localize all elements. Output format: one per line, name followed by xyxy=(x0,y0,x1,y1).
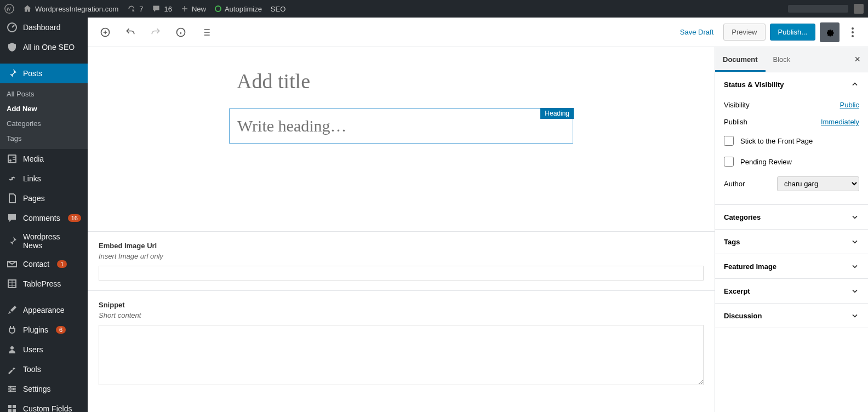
sidebar-item-wpnews[interactable]: Wordpress News xyxy=(0,228,88,254)
sidebar-item-comments[interactable]: Comments 16 xyxy=(0,208,88,228)
sidebar-item-appearance[interactable]: Appearance xyxy=(0,300,88,320)
panel-close-button[interactable]: × xyxy=(847,47,868,72)
svg-point-7 xyxy=(9,386,12,388)
sidebar-item-links[interactable]: Links xyxy=(0,169,88,188)
panel-header-excerpt[interactable]: Excerpt xyxy=(715,279,868,303)
panel-header-featured-image[interactable]: Featured Image xyxy=(715,254,868,278)
redo-button[interactable] xyxy=(149,26,162,39)
settings-toggle-button[interactable] xyxy=(820,22,840,42)
sliders-icon xyxy=(7,384,18,394)
plus-circle-icon xyxy=(100,27,111,38)
tab-document[interactable]: Document xyxy=(715,48,766,72)
info-icon xyxy=(175,27,186,38)
undo-button[interactable] xyxy=(124,26,137,39)
tablepress-label: TablePress xyxy=(23,279,61,288)
dots-vertical-icon xyxy=(852,27,854,37)
outline-button[interactable] xyxy=(199,26,213,39)
embed-url-input[interactable] xyxy=(99,266,704,281)
comments-link[interactable]: 16 xyxy=(152,4,172,13)
pending-review-input[interactable] xyxy=(724,157,734,167)
gear-icon xyxy=(824,27,835,38)
wpnews-label: Wordpress News xyxy=(23,232,81,250)
updates-link[interactable]: 7 xyxy=(127,4,143,13)
site-name-label: WordpressIntegration.com xyxy=(35,5,118,13)
svg-point-16 xyxy=(852,27,854,30)
settings-panel: Document Block × Status & Visibility Vis… xyxy=(715,47,868,412)
comment-icon xyxy=(152,4,161,13)
svg-point-9 xyxy=(9,390,12,392)
editor-canvas[interactable]: Heading Embed Image Url Insert Image url… xyxy=(88,47,715,412)
preview-button[interactable]: Preview xyxy=(723,24,765,41)
heading-input[interactable] xyxy=(237,117,565,135)
wp-logo-menu[interactable] xyxy=(4,4,14,14)
editor-main: Save Draft Preview Publish... Heading Em… xyxy=(88,18,868,412)
sidebar-item-plugins[interactable]: Plugins 6 xyxy=(0,320,88,340)
contact-badge: 1 xyxy=(57,260,67,268)
author-select[interactable]: charu garg xyxy=(777,176,859,191)
table-icon xyxy=(7,278,18,289)
seo-link[interactable]: SEO xyxy=(271,5,285,13)
admin-sidebar: Dashboard All in One SEO Posts All Posts… xyxy=(0,18,88,412)
sidebar-item-users[interactable]: Users xyxy=(0,340,88,359)
panel-tabs: Document Block × xyxy=(715,47,868,72)
list-icon xyxy=(201,27,212,38)
plus-icon xyxy=(181,5,189,13)
sidebar-item-contact[interactable]: Contact 1 xyxy=(0,254,88,274)
panel-header-categories[interactable]: Categories xyxy=(715,205,868,229)
panel-header-discussion[interactable]: Discussion xyxy=(715,304,868,328)
link-icon xyxy=(7,173,18,184)
redo-icon xyxy=(150,27,161,38)
plugins-label: Plugins xyxy=(23,325,48,334)
sidebar-item-pages[interactable]: Pages xyxy=(0,188,88,208)
tab-block[interactable]: Block xyxy=(766,48,798,72)
plug-icon xyxy=(7,324,18,335)
sidebar-item-posts[interactable]: Posts xyxy=(0,64,88,83)
more-options-button[interactable] xyxy=(844,22,861,42)
stick-front-input[interactable] xyxy=(724,136,734,146)
post-title-input[interactable] xyxy=(237,69,566,93)
save-draft-button[interactable]: Save Draft xyxy=(675,25,719,39)
site-name-link[interactable]: WordpressIntegration.com xyxy=(23,4,118,13)
publish-button[interactable]: Publish... xyxy=(770,24,815,41)
user-icon xyxy=(7,344,18,355)
panel-header-tags[interactable]: Tags xyxy=(715,230,868,254)
block-type-label: Heading xyxy=(540,108,574,119)
admin-bar-account[interactable] xyxy=(788,4,864,14)
posts-submenu: All Posts Add New Categories Tags xyxy=(0,83,88,149)
chevron-down-icon xyxy=(850,213,859,221)
media-label: Media xyxy=(23,154,44,163)
pages-label: Pages xyxy=(23,194,45,203)
pending-review-checkbox[interactable]: Pending Review xyxy=(724,151,859,172)
stick-front-label: Stick to the Front Page xyxy=(740,137,813,145)
sidebar-item-settings[interactable]: Settings xyxy=(0,379,88,399)
sidebar-item-aioseo[interactable]: All in One SEO xyxy=(0,37,88,57)
panel-header-status[interactable]: Status & Visibility xyxy=(715,72,868,96)
add-block-button[interactable] xyxy=(99,26,112,39)
heading-block[interactable]: Heading xyxy=(229,108,573,144)
appearance-label: Appearance xyxy=(23,306,65,314)
comment-icon xyxy=(7,213,18,224)
info-button[interactable] xyxy=(174,26,187,39)
submenu-categories[interactable]: Categories xyxy=(0,116,88,131)
sidebar-item-custom-fields[interactable]: Custom Fields xyxy=(0,399,88,412)
new-content-link[interactable]: New xyxy=(181,5,206,13)
shield-icon xyxy=(7,42,18,53)
mail-icon xyxy=(7,259,18,270)
status-green-icon xyxy=(215,5,221,12)
sidebar-item-media[interactable]: Media xyxy=(0,149,88,169)
submenu-add-new[interactable]: Add New xyxy=(0,101,88,116)
updates-count: 7 xyxy=(139,5,143,13)
sidebar-item-dashboard[interactable]: Dashboard xyxy=(0,18,88,37)
publish-label: Publish xyxy=(724,118,747,126)
autoptimize-link[interactable]: Autoptimize xyxy=(215,5,262,13)
submenu-all-posts[interactable]: All Posts xyxy=(0,87,88,101)
stick-front-checkbox[interactable]: Stick to the Front Page xyxy=(724,130,859,151)
sidebar-item-tools[interactable]: Tools xyxy=(0,359,88,379)
publish-value-link[interactable]: Immediately xyxy=(821,118,859,126)
svg-rect-10 xyxy=(8,405,12,408)
undo-icon xyxy=(125,27,136,38)
sidebar-item-tablepress[interactable]: TablePress xyxy=(0,274,88,294)
submenu-tags[interactable]: Tags xyxy=(0,131,88,146)
visibility-value-link[interactable]: Public xyxy=(840,101,859,109)
snippet-textarea[interactable] xyxy=(99,325,704,385)
